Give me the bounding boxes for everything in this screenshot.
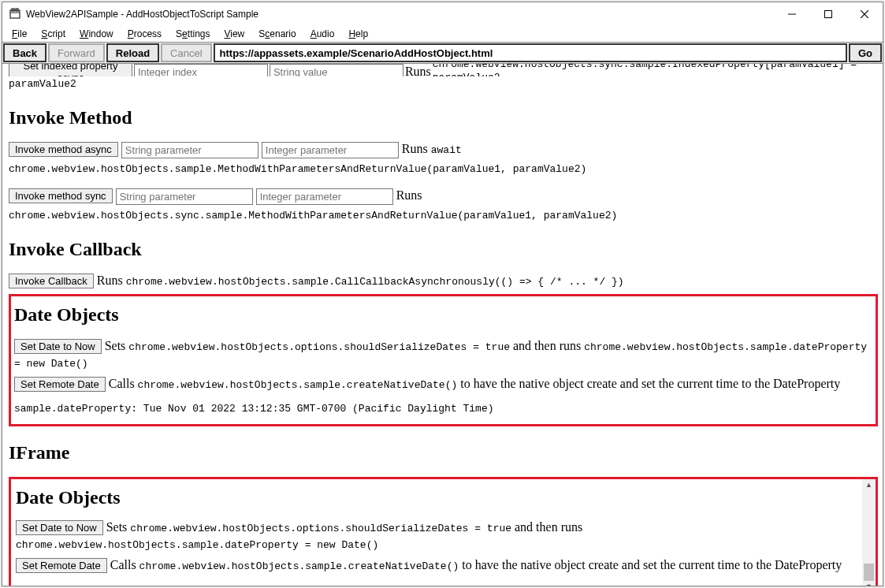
date-objects-heading: Date Objects: [14, 303, 872, 327]
iframe-date-objects-heading: Date Objects: [16, 486, 857, 510]
createnativedate-code: chrome.webview.hostObjects.sample.create…: [139, 560, 459, 572]
iframe-set-date-now-row: Set Date to Now Sets chrome.webview.host…: [16, 519, 857, 553]
createnativedate-code: chrome.webview.hostObjects.sample.create…: [138, 379, 458, 391]
cancel-button[interactable]: Cancel: [161, 43, 211, 62]
calls-label: Calls: [109, 377, 138, 390]
runs-label: Runs: [396, 188, 422, 202]
set-date-now-row: Set Date to Now Sets chrome.webview.host…: [14, 338, 872, 371]
iframe-heading: IFrame: [9, 441, 878, 465]
invoke-callback-row: Invoke Callback Runs chrome.webview.host…: [9, 273, 878, 289]
dateprop-code: chrome.webview.hostObjects.sample.datePr…: [16, 539, 378, 551]
cut-row: Set indexed property async Runs chrome.w…: [9, 64, 878, 76]
menu-settings[interactable]: Settings: [169, 27, 216, 41]
iframe-body: Date Objects Set Date to Now Sets chrome…: [11, 479, 862, 586]
set-remote-date-row: Set Remote Date Calls chrome.webview.hos…: [14, 376, 872, 393]
iframe-highlight: Date Objects Set Date to Now Sets chrome…: [9, 477, 878, 586]
forward-button[interactable]: Forward: [48, 43, 105, 62]
invoke-method-async-button[interactable]: Invoke method async: [9, 142, 118, 157]
scroll-track[interactable]: [862, 493, 876, 581]
minimize-button[interactable]: [774, 2, 810, 26]
iframe-set-remote-date-button[interactable]: Set Remote Date: [16, 558, 107, 573]
runs-label: Runs: [97, 274, 126, 287]
app-icon: [9, 8, 21, 20]
sets-label: Sets: [105, 339, 129, 352]
invoke-method-heading: Invoke Method: [9, 106, 878, 130]
set-date-now-button[interactable]: Set Date to Now: [14, 339, 102, 354]
indexed-index-input[interactable]: [134, 64, 268, 76]
set-remote-date-button[interactable]: Set Remote Date: [14, 377, 106, 392]
callback-code: chrome.webview.hostObjects.sample.CallCa…: [126, 276, 624, 288]
menu-process[interactable]: Process: [121, 27, 168, 41]
content-area: Set indexed property async Runs chrome.w…: [2, 64, 883, 586]
indexed-code: chrome.webview.hostObjects.sync.sample.I…: [433, 64, 878, 76]
invoke-callback-heading: Invoke Callback: [9, 237, 878, 262]
invoke-callback-button[interactable]: Invoke Callback: [9, 274, 94, 288]
invoke-async-row: Invoke method async Runs await: [9, 141, 878, 158]
menubar: File Script Window Process Settings View…: [2, 26, 883, 42]
menu-help[interactable]: Help: [342, 27, 374, 41]
async-integer-input[interactable]: [262, 142, 399, 158]
iframe-scrollbar[interactable]: ▲ ▼: [862, 479, 876, 586]
indexed-value-input[interactable]: [270, 64, 403, 76]
menu-window[interactable]: Window: [73, 27, 120, 41]
reload-button[interactable]: Reload: [106, 43, 159, 62]
async-string-input[interactable]: [121, 142, 258, 158]
remote-post-label: to have the native object create and set…: [459, 558, 842, 571]
iframe-set-remote-date-row: Set Remote Date Calls chrome.webview.hos…: [16, 557, 857, 574]
remote-post-label: to have the native object create and set…: [457, 377, 840, 390]
close-button[interactable]: [846, 2, 883, 26]
menu-view[interactable]: View: [218, 27, 251, 41]
back-button[interactable]: Back: [3, 43, 46, 62]
date-status: sample.dateProperty: Tue Nov 01 2022 13:…: [14, 403, 872, 416]
app-window: WebView2APISample - AddHostObjectToScrip…: [2, 2, 883, 586]
sync-string-input[interactable]: [116, 188, 253, 205]
titlebar: WebView2APISample - AddHostObjectToScrip…: [2, 2, 883, 26]
iframe-set-date-now-button[interactable]: Set Date to Now: [16, 520, 103, 535]
scroll-down-icon[interactable]: ▼: [862, 581, 876, 586]
date-objects-highlight: Date Objects Set Date to Now Sets chrome…: [9, 294, 878, 427]
sets-label: Sets: [106, 520, 131, 534]
then-runs-label: and then runs: [510, 339, 584, 352]
scroll-up-icon[interactable]: ▲: [862, 479, 876, 493]
sync-code: chrome.webview.hostObjects.sync.sample.M…: [9, 210, 878, 223]
async-code: chrome.webview.hostObjects.sample.Method…: [9, 163, 878, 177]
await-label: await: [431, 144, 462, 156]
maximize-button[interactable]: [810, 2, 846, 26]
set-indexed-async-button[interactable]: Set indexed property async: [9, 64, 132, 76]
menu-file[interactable]: File: [6, 27, 33, 41]
toolbar: Back Forward Reload Cancel https://appas…: [2, 42, 883, 64]
serialize-code: chrome.webview.hostObjects.options.shoul…: [130, 523, 511, 534]
iframe-date-status: sample.dateProperty: 44866.84201388889: [16, 584, 857, 586]
webview-page[interactable]: Set indexed property async Runs chrome.w…: [2, 64, 883, 586]
serialize-code: chrome.webview.hostObjects.options.shoul…: [128, 341, 510, 353]
sync-integer-input[interactable]: [256, 188, 393, 205]
go-button[interactable]: Go: [849, 43, 882, 62]
invoke-sync-row: Invoke method sync Runs: [9, 188, 878, 205]
window-title: WebView2APISample - AddHostObjectToScrip…: [26, 9, 258, 20]
menu-scenario[interactable]: Scenario: [252, 27, 302, 41]
invoke-method-sync-button[interactable]: Invoke method sync: [9, 188, 113, 203]
menu-script[interactable]: Script: [35, 27, 72, 41]
paramvalue2-label: paramValue2: [9, 78, 878, 91]
runs-label: Runs: [402, 142, 431, 155]
calls-label: Calls: [110, 558, 139, 571]
menu-audio[interactable]: Audio: [304, 27, 341, 41]
address-bar[interactable]: https://appassets.example/ScenarioAddHos…: [214, 43, 847, 62]
runs-label: Runs: [405, 64, 431, 76]
scroll-thumb[interactable]: [864, 564, 874, 581]
svg-rect-5: [825, 11, 832, 18]
then-runs-label: and then runs: [511, 520, 582, 534]
